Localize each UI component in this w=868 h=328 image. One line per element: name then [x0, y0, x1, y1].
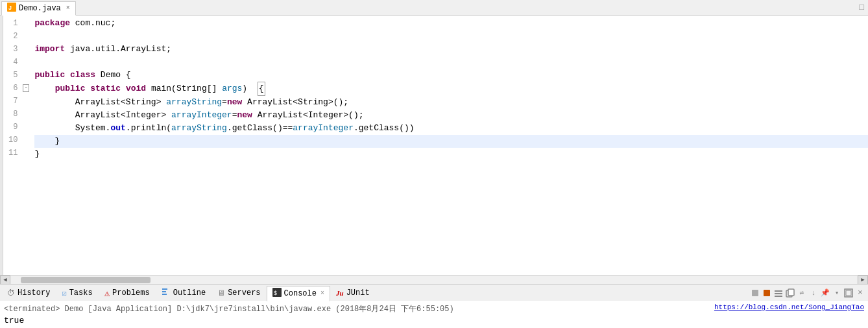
svg-text:J: J: [8, 5, 12, 11]
line-num-7: 7: [8, 95, 18, 108]
svg-rect-2: [162, 288, 167, 290]
junit-icon: Ju: [336, 289, 344, 297]
tab-outline[interactable]: Outline: [156, 285, 211, 301]
code-line-6: public static void main(String[] args ) …: [34, 82, 868, 96]
code-space-5a: [65, 69, 70, 82]
code-line-7: ArrayList<String> arrayString = new Arra…: [34, 96, 868, 109]
line-num-6: 6: [8, 82, 18, 95]
servers-icon: 🖥: [217, 288, 225, 298]
svg-rect-15: [846, 290, 851, 296]
scroll-left-button[interactable]: ◀: [0, 275, 10, 285]
line-num-9: 9: [8, 121, 18, 134]
tab-console[interactable]: $ Console ×: [267, 286, 330, 301]
problems-icon: ⚠: [104, 288, 110, 299]
console-output-area: <terminated> Demo [Java Application] D:\…: [0, 301, 868, 328]
tab-tasks-label: Tasks: [69, 288, 93, 298]
scroll-button[interactable]: ↓: [808, 288, 819, 298]
editor-area: 1 2 3 4 5 6 7 8 9 10 11 -: [0, 16, 868, 284]
java-file-icon: J: [7, 3, 16, 14]
line-num-10: 10: [8, 134, 18, 146]
clear-console-button[interactable]: [773, 288, 784, 298]
tab-servers[interactable]: 🖥 Servers: [211, 285, 266, 301]
console-output-value: true: [4, 316, 864, 325]
tab-tasks[interactable]: ☑ Tasks: [56, 285, 98, 301]
line-num-8: 8: [8, 108, 18, 121]
scrollbar-track[interactable]: [21, 277, 847, 283]
console-toolbar: ⇌ ↓ 📌 ▾ ×: [750, 288, 868, 298]
code-line-5: public class Demo {: [34, 69, 868, 82]
tab-problems[interactable]: ⚠ Problems: [99, 285, 156, 301]
tab-history-label: History: [18, 288, 50, 298]
scrollbar-thumb[interactable]: [21, 277, 151, 283]
collapse-markers-column: -: [23, 16, 30, 275]
copy-button[interactable]: [785, 288, 795, 298]
word-wrap-button[interactable]: ⇌: [797, 288, 807, 298]
svg-rect-4: [162, 294, 167, 295]
keyword-static-6: static: [90, 82, 121, 95]
svg-rect-13: [788, 289, 794, 296]
code-text-1: com.nuc;: [70, 17, 115, 30]
close-panel-button[interactable]: ×: [855, 288, 865, 298]
code-line-3: import java.util.ArrayList;: [34, 43, 868, 56]
line-num-1: 1: [8, 17, 18, 30]
code-line-8: ArrayList<Integer> arrayInteger = new Ar…: [34, 109, 868, 122]
code-indent-10: }: [34, 135, 60, 148]
keyword-public-6: public: [55, 82, 86, 95]
tab-outline-label: Outline: [173, 288, 206, 298]
top-right-minimize[interactable]: □: [855, 3, 868, 12]
tab-junit-label: JUnit: [346, 288, 370, 298]
pin-button[interactable]: 📌: [820, 288, 830, 298]
code-line-11: }: [34, 148, 868, 161]
maximize-button[interactable]: [843, 288, 854, 298]
svg-rect-8: [764, 290, 770, 296]
line-num-11: 11: [8, 146, 18, 159]
line-numbers: 1 2 3 4 5 6 7 8 9 10 11: [3, 16, 23, 275]
dropdown-button[interactable]: ▾: [832, 288, 842, 298]
keyword-import: import: [34, 43, 65, 56]
keyword-new-8: new: [237, 109, 252, 122]
code-container: 1 2 3 4 5 6 7 8 9 10 11 -: [0, 16, 868, 275]
horizontal-scrollbar[interactable]: ◀ ▶: [0, 275, 868, 284]
code-line-4: [34, 56, 868, 69]
code-arraystring-9: arrayString: [171, 122, 227, 135]
stop-button-1[interactable]: [750, 288, 760, 298]
tab-problems-label: Problems: [112, 288, 150, 298]
tab-bar: J Demo.java × □: [0, 0, 868, 16]
keyword-void-6: void: [126, 82, 146, 95]
code-indent-7: ArrayList<String>: [34, 96, 166, 109]
code-arraystring: arrayString: [166, 96, 222, 109]
editor-tab-demo-java[interactable]: J Demo.java ×: [1, 1, 76, 16]
console-url[interactable]: https://blog.csdn.net/Song_JiangTao: [714, 303, 864, 311]
line-num-3: 3: [8, 43, 18, 56]
bracket-box-6: {: [258, 82, 265, 96]
code-indent-9: System.: [34, 122, 110, 135]
tasks-icon: ☑: [62, 288, 66, 298]
code-line-2: [34, 30, 868, 43]
keyword-public-5: public: [34, 69, 65, 82]
scroll-right-button[interactable]: ▶: [858, 275, 868, 285]
console-terminated-text: <terminated> Demo [Java Application] D:\…: [4, 303, 864, 314]
code-content[interactable]: package com.nuc; import java.util.ArrayL…: [30, 16, 868, 275]
tab-close-button[interactable]: ×: [66, 5, 70, 12]
code-args-6: args: [222, 82, 242, 95]
console-icon: $: [272, 288, 282, 299]
code-line-9: System. out .println( arrayString .getCl…: [34, 122, 868, 135]
svg-rect-7: [752, 290, 758, 296]
svg-rect-9: [775, 290, 782, 292]
tab-servers-label: Servers: [228, 288, 260, 298]
outline-icon: [162, 287, 171, 299]
line-num-4: 4: [8, 56, 18, 69]
tab-junit[interactable]: Ju JUnit: [330, 285, 376, 301]
tab-history[interactable]: ⏱ History: [1, 285, 56, 301]
line-num-5: 5: [8, 69, 18, 82]
code-out: out: [110, 122, 125, 135]
svg-text:$: $: [274, 290, 277, 296]
history-icon: ⏱: [7, 288, 15, 298]
tab-console-label: Console: [284, 289, 317, 298]
keyword-class-5: class: [70, 69, 95, 82]
code-indent-6: [34, 82, 54, 95]
bottom-tab-bar: ⏱ History ☑ Tasks ⚠ Problems Outline 🖥 S…: [0, 284, 868, 301]
collapse-line6-icon[interactable]: -: [23, 84, 29, 92]
stop-button-2[interactable]: [762, 288, 772, 298]
code-line-10: }: [34, 135, 868, 148]
